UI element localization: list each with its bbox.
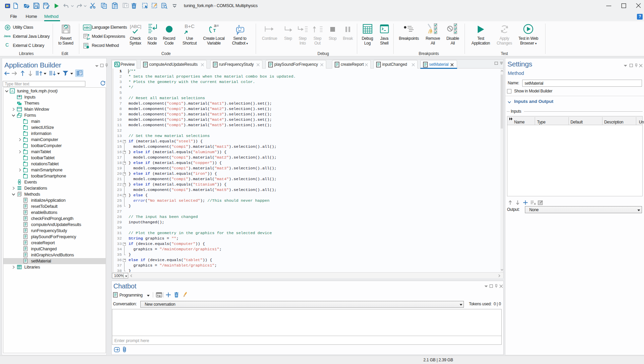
svg-text:a=: a= — [87, 37, 90, 40]
svg-text:T: T — [213, 28, 216, 33]
svg-text:a=: a= — [214, 23, 219, 28]
svg-text:ABC: ABC — [84, 26, 91, 29]
